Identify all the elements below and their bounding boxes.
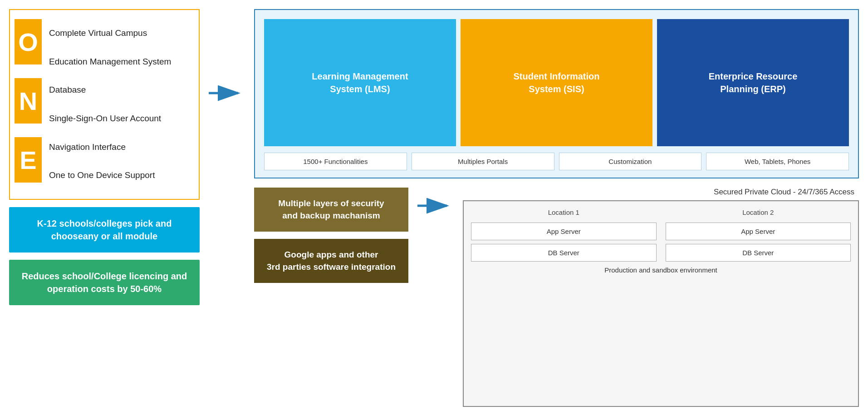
item-4: Single-Sign-On User Account: [49, 113, 190, 124]
erp-box: Enterprice ResourcePlanning (ERP): [657, 19, 849, 146]
security-box-1: Multiple layers of securityand backup ma…: [254, 188, 408, 232]
sis-box: Student InformationSystem (SIS): [461, 19, 652, 146]
locations-row: Location 1 App Server DB Server Location…: [471, 208, 851, 262]
one-items: Complete Virtual Campus Education Manage…: [49, 19, 190, 190]
features-row: 1500+ Functionalities Multiples Portals …: [264, 153, 849, 170]
app-server-2: App Server: [666, 223, 851, 240]
item-1: Complete Virtual Campus: [49, 28, 190, 39]
item-5: Navigation Interface: [49, 142, 190, 153]
main-arrow-area: [209, 9, 245, 407]
item-6: One to One Device Support: [49, 170, 190, 181]
main-container: O N E Complete Virtual Campus Education …: [0, 0, 868, 416]
letter-e: E: [15, 137, 42, 183]
cloud-border: Location 1 App Server DB Server Location…: [463, 200, 859, 407]
item-3: Database: [49, 84, 190, 96]
location-2-title: Location 2: [666, 208, 851, 216]
feature-3: Customization: [559, 153, 702, 170]
feature-2: Multiples Portals: [412, 153, 554, 170]
location-1-title: Location 1: [471, 208, 657, 216]
left-panel: O N E Complete Virtual Campus Education …: [9, 9, 200, 407]
green-box: Reduces school/College licencing andoper…: [9, 260, 200, 305]
main-arrow-icon: [209, 84, 245, 102]
mid-arrow-area: [417, 188, 454, 407]
db-server-2: DB Server: [666, 244, 851, 262]
security-column: Multiple layers of securityand backup ma…: [254, 188, 408, 407]
letter-o: O: [15, 19, 42, 64]
lms-box: Learning ManagementSystem (LMS): [264, 19, 456, 146]
cloud-title: Secured Private Cloud - 24/7/365 Access: [463, 188, 859, 197]
systems-row: Learning ManagementSystem (LMS) Student …: [264, 19, 849, 146]
one-box: O N E Complete Virtual Campus Education …: [9, 9, 200, 200]
security-box-2: Google apps and other3rd parties softwar…: [254, 239, 408, 283]
letter-n: N: [15, 78, 42, 124]
top-diagram: Learning ManagementSystem (LMS) Student …: [254, 9, 859, 178]
location-1-col: Location 1 App Server DB Server: [471, 208, 657, 262]
feature-1: 1500+ Functionalities: [264, 153, 407, 170]
db-server-1: DB Server: [471, 244, 657, 262]
feature-4: Web, Tablets, Phones: [706, 153, 849, 170]
mid-arrow-icon: [417, 197, 454, 215]
item-2: Education Management System: [49, 56, 190, 68]
bottom-area: Multiple layers of securityand backup ma…: [254, 178, 859, 407]
location-2-col: Location 2 App Server DB Server: [666, 208, 851, 262]
right-area: Learning ManagementSystem (LMS) Student …: [254, 9, 859, 407]
app-server-1: App Server: [471, 223, 657, 240]
one-letters: O N E: [15, 19, 42, 190]
blue-box: K-12 schools/colleges pick andchooseany …: [9, 207, 200, 253]
cloud-section: Secured Private Cloud - 24/7/365 Access …: [463, 188, 859, 407]
cloud-footer: Production and sandbox environment: [471, 266, 851, 274]
